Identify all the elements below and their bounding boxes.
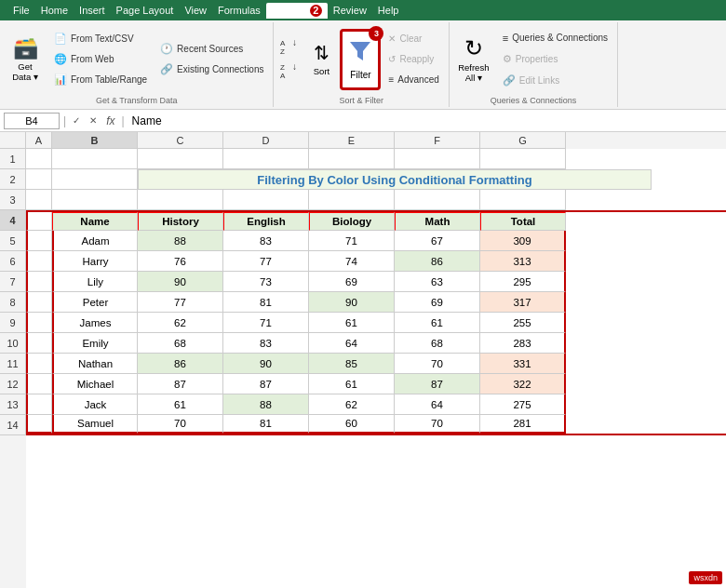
cell-b6[interactable]: Harry: [52, 251, 138, 272]
cell-d4-english[interactable]: English: [223, 212, 309, 231]
sort-za-button[interactable]: ZA↓: [277, 60, 302, 83]
cell-e4-biology[interactable]: Biology: [309, 212, 395, 231]
cell-f11[interactable]: 70: [395, 354, 480, 374]
cell-e7[interactable]: 69: [309, 272, 395, 292]
cell-f6[interactable]: 86: [395, 251, 480, 272]
cell-c10[interactable]: 68: [138, 333, 223, 354]
cell-a8[interactable]: [26, 292, 52, 313]
cell-c6[interactable]: 76: [138, 251, 223, 272]
cell-d8[interactable]: 81: [223, 292, 309, 313]
cell-a2[interactable]: [26, 169, 52, 190]
cell-a1[interactable]: [26, 149, 52, 169]
menu-view[interactable]: View: [179, 3, 212, 18]
edit-links-button[interactable]: 🔗 Edit Links: [497, 72, 613, 90]
reapply-button[interactable]: ↺ Reapply: [383, 50, 444, 69]
cell-g1[interactable]: [480, 149, 566, 169]
cell-d7[interactable]: 73: [223, 272, 309, 292]
cell-a10[interactable]: [26, 333, 52, 354]
menu-file[interactable]: File: [7, 3, 35, 18]
row-header-9[interactable]: 9: [0, 313, 26, 333]
cell-d5[interactable]: 83: [223, 231, 309, 251]
cell-c11[interactable]: 86: [138, 354, 223, 374]
existing-connections-button[interactable]: 🔗 Existing Connections: [155, 60, 269, 79]
refresh-all-button[interactable]: ↻ Refresh All ▾: [453, 31, 494, 88]
cell-f7[interactable]: 63: [395, 272, 480, 292]
cell-d3[interactable]: [223, 190, 309, 210]
cell-g10[interactable]: 283: [480, 333, 566, 354]
cell-e12[interactable]: 61: [309, 374, 395, 394]
cell-c4-history[interactable]: History: [138, 212, 223, 231]
cell-b7[interactable]: Lily: [52, 272, 138, 292]
cell-f1[interactable]: [395, 149, 480, 169]
cell-e3[interactable]: [309, 190, 395, 210]
cell-a12[interactable]: [26, 374, 52, 394]
filter-button[interactable]: 3 Filter: [341, 30, 380, 89]
cell-c12[interactable]: 87: [138, 374, 223, 394]
cell-c2-title[interactable]: Filtering By Color Using Conditional For…: [138, 169, 652, 190]
cell-e5[interactable]: 71: [309, 231, 395, 251]
row-header-7[interactable]: 7: [0, 272, 26, 292]
menu-formulas[interactable]: Formulas: [212, 3, 266, 18]
menu-data[interactable]: Data 2: [266, 3, 328, 19]
cell-c13[interactable]: 61: [138, 394, 223, 415]
cell-c1[interactable]: [138, 149, 223, 169]
cell-a9[interactable]: [26, 313, 52, 333]
cell-f3[interactable]: [395, 190, 480, 210]
cell-g12[interactable]: 322: [480, 374, 566, 394]
menu-insert[interactable]: Insert: [74, 3, 111, 18]
cell-a13[interactable]: [26, 394, 52, 415]
row-header-3[interactable]: 3: [0, 190, 26, 210]
sort-button[interactable]: ⇅ Sort: [304, 31, 338, 88]
cell-b13[interactable]: Jack: [52, 394, 138, 415]
cell-g3[interactable]: [480, 190, 566, 210]
row-header-1[interactable]: 1: [0, 149, 26, 169]
cell-c7[interactable]: 90: [138, 272, 223, 292]
get-data-button[interactable]: 🗃️ Get Data ▾: [4, 31, 47, 88]
cell-g7[interactable]: 295: [480, 272, 566, 292]
cell-b14[interactable]: Samuel: [52, 415, 138, 434]
cell-d11[interactable]: 90: [223, 354, 309, 374]
cell-f10[interactable]: 68: [395, 333, 480, 354]
from-text-csv-button[interactable]: 📄 From Text/CSV: [48, 30, 153, 48]
cell-e13[interactable]: 62: [309, 394, 395, 415]
cell-d10[interactable]: 83: [223, 333, 309, 354]
cell-e6[interactable]: 74: [309, 251, 395, 272]
cell-d13[interactable]: 88: [223, 394, 309, 415]
cell-f4-math[interactable]: Math: [395, 212, 480, 231]
menu-help[interactable]: Help: [372, 3, 405, 18]
cell-d1[interactable]: [223, 149, 309, 169]
cell-b11[interactable]: Nathan: [52, 354, 138, 374]
cell-a6[interactable]: [26, 251, 52, 272]
cell-f14[interactable]: 70: [395, 415, 480, 434]
cell-g14[interactable]: 281: [480, 415, 566, 434]
cell-a11[interactable]: [26, 354, 52, 374]
menu-page-layout[interactable]: Page Layout: [111, 3, 180, 18]
cell-a3[interactable]: [26, 190, 52, 210]
cell-g6[interactable]: 313: [480, 251, 566, 272]
cell-f12[interactable]: 87: [395, 374, 480, 394]
cell-f9[interactable]: 61: [395, 313, 480, 333]
cell-b8[interactable]: Peter: [52, 292, 138, 313]
formula-input[interactable]: [128, 114, 722, 127]
cell-g8[interactable]: 317: [480, 292, 566, 313]
cell-e14[interactable]: 60: [309, 415, 395, 434]
cell-e9[interactable]: 61: [309, 313, 395, 333]
row-header-5[interactable]: 5: [0, 231, 26, 251]
row-header-11[interactable]: 11: [0, 354, 26, 374]
cell-b10[interactable]: Emily: [52, 333, 138, 354]
properties-button[interactable]: ⚙ Properties: [497, 50, 613, 69]
queries-connections-button[interactable]: ≡ Queries & Connections: [497, 29, 613, 47]
cell-a4[interactable]: [26, 212, 52, 231]
cell-b5[interactable]: Adam: [52, 231, 138, 251]
cell-b9[interactable]: James: [52, 313, 138, 333]
cell-g4-total[interactable]: Total: [480, 212, 566, 231]
cell-b1[interactable]: [52, 149, 138, 169]
sort-az-button[interactable]: AZ↓: [277, 35, 302, 59]
cell-f5[interactable]: 67: [395, 231, 480, 251]
cell-c8[interactable]: 77: [138, 292, 223, 313]
cell-a14[interactable]: [26, 415, 52, 434]
cell-f13[interactable]: 64: [395, 394, 480, 415]
recent-sources-button[interactable]: 🕐 Recent Sources: [155, 40, 269, 59]
cell-e1[interactable]: [309, 149, 395, 169]
cell-b3[interactable]: [52, 190, 138, 210]
